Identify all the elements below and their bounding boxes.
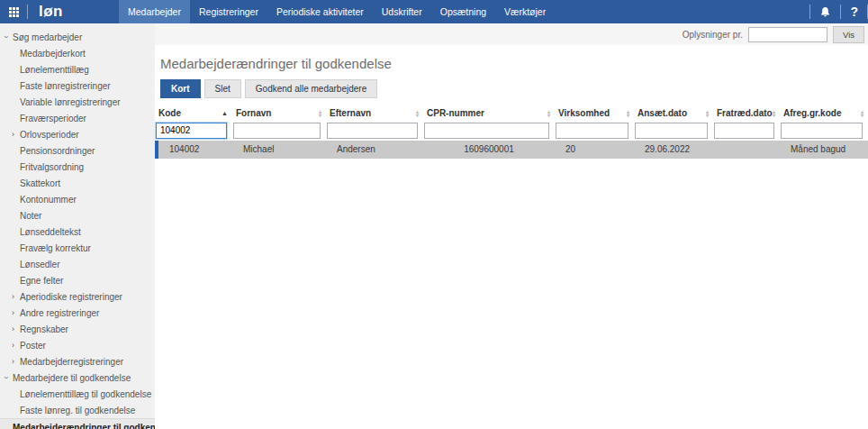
sidebar-item-15[interactable]: Egne felter [0,272,155,288]
sort-icon[interactable]: ▴▾ [547,110,550,117]
sidebar-item-13[interactable]: Fravælg korrektur [0,240,155,256]
notifications-button[interactable] [810,0,840,23]
sidebar-item-14[interactable]: Lønsedler [0,256,155,272]
chevron-right-icon: › [12,324,20,333]
sidebar-item-23[interactable]: Faste lønreg. til godkendelse [0,402,155,418]
cell-kode: 104002 [158,141,232,159]
cell-fornavn: Michael [232,141,326,159]
action-button-godkend-alle-medarbejdere[interactable]: Godkend alle medarbejdere [245,79,377,98]
filter-input-4[interactable] [556,123,628,139]
filter-input-1[interactable] [233,123,321,139]
sidebar-item-11[interactable]: Noter [0,207,155,224]
info-date-bar: Oplysninger pr. Vis [155,23,868,45]
sort-icon[interactable]: ▴▾ [416,110,419,117]
chevron-right-icon: › [12,341,20,350]
topbar-right: ? [809,0,868,23]
filter-input-2[interactable] [327,123,418,139]
column-filter-cell [232,121,326,139]
column-filter-cell [326,121,423,139]
topnav-tab-1[interactable]: Registreringer [190,0,267,23]
filter-input-5[interactable] [635,123,708,139]
sidebar-item-22[interactable]: Lønelementtillæg til godkendelse [0,386,155,402]
cell-cpr-nummer: 1609600001 [423,141,555,159]
chevron-right-icon: › [12,357,20,366]
topnav-tab-2[interactable]: Periodiske aktiviteter [267,0,373,23]
help-button[interactable]: ? [841,0,867,23]
table-row[interactable]: 104002MichaelAndersen16096000012029.06.2… [155,141,868,159]
filter-input-3[interactable] [424,123,549,139]
action-button-row: KortSletGodkend alle medarbejdere [160,79,868,98]
info-date-input[interactable] [748,27,827,42]
sidebar-item-17[interactable]: › Andre registreringer [0,305,155,321]
sort-icon[interactable]: ▴▾ [861,110,863,117]
column-header-0[interactable]: Kode ▲ [155,106,232,121]
sidebar-item-10[interactable]: Kontonummer [0,191,155,207]
sidebar-item-21[interactable]: › Medarbejdere til godkendelse [0,370,155,386]
topnav-tab-0[interactable]: Medarbejder [119,0,190,23]
sidebar-item-24[interactable]: Medarbejderændringer til godkendelse [0,418,155,429]
chevron-right-icon: › [12,130,20,139]
sidebar-item-6[interactable]: › Orlovsperioder [0,126,155,142]
topnav-tab-4[interactable]: Opsætning [431,0,495,23]
column-filter-cell [555,121,634,139]
action-button-slet[interactable]: Slet [204,79,241,98]
sort-icon[interactable]: ▴▾ [319,110,321,117]
sort-asc-icon[interactable]: ▲ [222,110,228,116]
sidebar-item-0[interactable]: › Søg medarbejder [0,29,155,45]
vis-button[interactable]: Vis [833,26,864,43]
sidebar-item-16[interactable]: › Aperiodiske registreringer [0,288,155,305]
sidebar-item-18[interactable]: › Regnskaber [0,321,155,337]
sidebar-item-20[interactable]: › Medarbejderregistreringer [0,353,155,370]
page-title: Medarbejderændringer til godkendelse [160,56,868,71]
chevron-down-icon: › [5,373,13,382]
sidebar-item-19[interactable]: › Poster [0,337,155,353]
column-filter-cell [634,121,713,139]
cell-afreg-gr-kode: Måned bagud [780,141,868,159]
chevron-down-icon: › [5,32,13,41]
topnav-tab-5[interactable]: Værktøjer [495,0,555,23]
filter-input-0[interactable] [156,123,227,139]
filter-input-6[interactable] [714,123,774,139]
info-date-label: Oplysninger pr. [683,30,743,40]
table-filter-row [155,121,868,139]
column-filter-cell [780,121,868,139]
sidebar-item-12[interactable]: Lønseddeltekst [0,224,155,240]
column-header-6[interactable]: Fratræd.dato ▴▾ [713,106,780,121]
sort-icon[interactable]: ▴▾ [773,110,775,117]
column-filter-cell [713,121,780,139]
bell-icon [819,6,831,18]
column-header-2[interactable]: Efternavn ▴▾ [326,106,423,121]
sidebar-item-3[interactable]: Faste lønregistreringer [0,78,155,94]
main-panel: Oplysninger pr. Vis Medarbejderændringer… [155,23,868,429]
column-header-3[interactable]: CPR-nummer ▴▾ [423,106,555,121]
cell-efternavn: Andersen [326,141,423,159]
sidebar-item-5[interactable]: Fraværsperioder [0,110,155,126]
filter-input-7[interactable] [781,123,863,139]
column-header-1[interactable]: Fornavn ▴▾ [232,106,326,121]
top-bar: løn MedarbejderRegistreringerPeriodiske … [0,0,868,23]
sort-icon[interactable]: ▴▾ [627,110,629,117]
sidebar-item-7[interactable]: Pensionsordninger [0,142,155,159]
sort-icon[interactable]: ▴▾ [706,110,709,117]
sidebar-item-1[interactable]: Medarbejderkort [0,45,155,61]
column-filter-cell [155,121,232,139]
table-body: 104002MichaelAndersen16096000012029.06.2… [155,141,868,159]
sidebar-item-2[interactable]: Lønelementtillæg [0,61,155,78]
column-header-5[interactable]: Ansæt.dato ▴▾ [634,106,713,121]
action-button-kort[interactable]: Kort [160,79,201,98]
column-header-4[interactable]: Virksomhed ▴▾ [555,106,634,121]
employee-changes-table: Kode ▲ Fornavn ▴▾ Efternavn ▴▾ CPR-numme… [155,106,868,159]
sidebar-item-8[interactable]: Fritvalgsordning [0,159,155,175]
topnav-tabs: MedarbejderRegistreringerPeriodiske akti… [119,0,555,23]
cell-virksomhed: 20 [555,141,634,159]
help-icon: ? [850,5,858,19]
cell-fratr-d-dato [713,141,780,159]
cell-ans-t-dato: 29.06.2022 [634,141,713,159]
topnav-tab-3[interactable]: Udskrifter [373,0,431,23]
column-header-7[interactable]: Afreg.gr.kode ▴▾ [780,106,868,121]
sidebar: › Søg medarbejder Medarbejderkort Lønele… [0,23,155,429]
sidebar-item-4[interactable]: Variable lønregistreringer [0,94,155,110]
sidebar-item-9[interactable]: Skattekort [0,175,155,191]
table-header-row: Kode ▲ Fornavn ▴▾ Efternavn ▴▾ CPR-numme… [155,106,868,121]
apps-menu-button[interactable] [0,0,27,23]
